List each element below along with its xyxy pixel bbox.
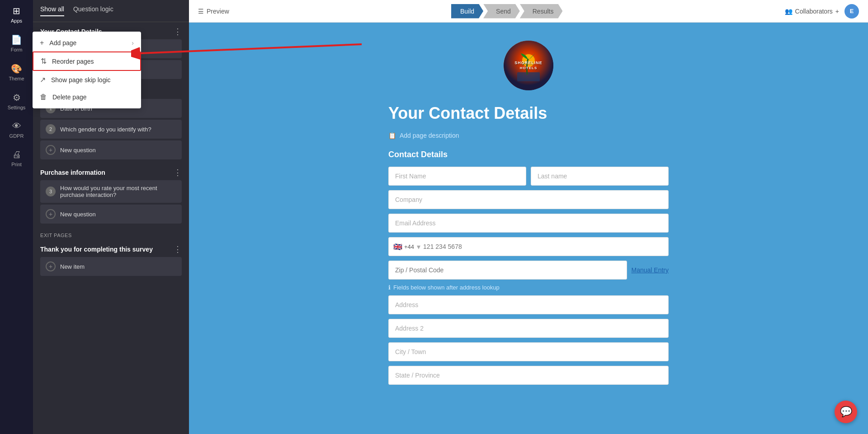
form-card: Your Contact Details 📋 Add page descript…: [379, 104, 678, 389]
add-description[interactable]: 📋 Add page description: [388, 132, 669, 139]
address-field[interactable]: [388, 295, 669, 314]
sidebar-item-gender[interactable]: 2 Which gender do you identify with?: [40, 120, 182, 139]
state-field[interactable]: [388, 366, 669, 385]
first-name-field[interactable]: [388, 167, 526, 186]
apps-icon: ⊞: [13, 5, 20, 16]
sidebar-item-new-item[interactable]: + New item: [40, 257, 182, 276]
top-bar: ☰ Preview Build Send Results 👥 Collabora…: [189, 0, 868, 23]
reorder-pages-label: Reorder pages: [52, 58, 94, 65]
gdpr-icon: 👁: [12, 121, 21, 131]
manual-entry-link[interactable]: Manual Entry: [632, 266, 669, 274]
form-title: Your Contact Details: [388, 104, 669, 123]
email-field[interactable]: [388, 214, 669, 233]
new-question-3-label: New question: [60, 211, 96, 218]
zip-row: Manual Entry: [388, 261, 669, 280]
contact-details-section-title: Contact Details: [388, 150, 669, 159]
info-icon: ℹ: [388, 284, 391, 291]
step-send[interactable]: Send: [483, 4, 520, 19]
phone-dropdown-icon: ▾: [417, 243, 420, 251]
section-purchase: Purchase information ⋮ 3 How would you r…: [33, 163, 189, 227]
sidebar-tabs: Show all Question logic: [33, 0, 189, 22]
page-skip-icon: ↗: [40, 75, 46, 84]
preview-button[interactable]: ☰ Preview: [198, 8, 229, 15]
collaborators-button[interactable]: 👥 Collaborators +: [785, 8, 839, 15]
sidebar-item-purchase-rate[interactable]: 3 How would you rate your most recent pu…: [40, 180, 182, 203]
city-field[interactable]: [388, 342, 669, 361]
main-area: ☰ Preview Build Send Results 👥 Collabora…: [189, 0, 868, 434]
section-menu-btn-exit[interactable]: ⋮: [174, 245, 182, 253]
phone-field[interactable]: 🇬🇧 +44 ▾: [388, 237, 669, 256]
add-desc-label: Add page description: [400, 132, 459, 139]
phone-flag: 🇬🇧: [393, 243, 402, 251]
form-icon: 📄: [11, 34, 22, 45]
section-title-purchase: Purchase information: [40, 169, 105, 176]
address-hint-label: Fields below shown after address lookup: [393, 284, 500, 291]
menu-item-add-page[interactable]: + Add page ›: [33, 34, 141, 51]
add-page-icon: +: [40, 39, 44, 47]
chat-icon: 💬: [840, 406, 852, 418]
zip-field[interactable]: [388, 261, 627, 280]
svg-rect-2: [517, 72, 540, 81]
exit-pages-section: Thank you for completing this survey ⋮ +…: [33, 240, 189, 280]
item-num-purchase: 3: [46, 187, 56, 196]
top-right: 👥 Collaborators + E: [785, 4, 859, 19]
print-icon: 🖨: [12, 149, 21, 160]
nav-item-apps[interactable]: ⊞ Apps: [0, 0, 33, 29]
reorder-icon: ⇅: [41, 57, 47, 65]
settings-icon: ⚙: [13, 92, 21, 103]
add-page-label: Add page: [49, 39, 76, 47]
address2-field[interactable]: [388, 319, 669, 338]
tab-show-all[interactable]: Show all: [40, 5, 64, 16]
add-question-2-icon: +: [46, 145, 56, 155]
phone-code: +44: [404, 243, 414, 250]
context-menu: + Add page › ⇅ Reorder pages ↗ Show page…: [33, 32, 141, 108]
step-results[interactable]: Results: [520, 4, 563, 19]
section-menu-btn-contact[interactable]: ⋮: [174, 28, 182, 36]
thank-you-label: Thank you for completing this survey: [40, 246, 153, 253]
tab-question-logic[interactable]: Question logic: [73, 5, 113, 16]
preview-label: Preview: [207, 8, 229, 15]
form-logo: SHORELINE HOTELS: [504, 41, 553, 90]
exit-pages-label: EXIT PAGES: [33, 227, 189, 240]
nav-bar: ⊞ Apps 📄 Form 🎨 Theme ⚙ Settings 👁 GDPR …: [0, 0, 33, 434]
nav-label-print: Print: [11, 162, 22, 167]
arrow-icon: ›: [132, 39, 134, 47]
nav-label-settings: Settings: [8, 105, 26, 110]
last-name-field[interactable]: [531, 167, 669, 186]
chat-button[interactable]: 💬: [835, 401, 857, 423]
sidebar-item-new-question-2[interactable]: + New question: [40, 140, 182, 159]
add-item-icon: +: [46, 261, 56, 271]
new-item-label: New item: [60, 263, 85, 270]
nav-label-apps: Apps: [11, 18, 22, 23]
address-hint: ℹ Fields below shown after address looku…: [388, 284, 669, 291]
form-canvas: SHORELINE HOTELS Your Contact Details 📋 …: [189, 23, 868, 434]
menu-item-delete-page[interactable]: 🗑 Delete page: [33, 89, 141, 106]
nav-item-theme[interactable]: 🎨 Theme: [0, 58, 33, 87]
name-row: [388, 167, 669, 190]
nav-item-form[interactable]: 📄 Form: [0, 29, 33, 58]
sidebar-item-new-question-3[interactable]: + New question: [40, 205, 182, 224]
collaborators-label: Collaborators: [795, 8, 833, 15]
desc-icon: 📋: [388, 132, 396, 139]
menu-item-reorder-pages[interactable]: ⇅ Reorder pages: [33, 51, 141, 71]
menu-item-show-page-skip[interactable]: ↗ Show page skip logic: [33, 71, 141, 89]
nav-item-settings[interactable]: ⚙ Settings: [0, 87, 33, 116]
purchase-rate-label: How would you rate your most recent purc…: [60, 185, 176, 198]
nav-item-print[interactable]: 🖨 Print: [0, 144, 33, 173]
item-num-gender: 2: [46, 124, 56, 134]
nav-label-gdpr: GDPR: [9, 133, 24, 139]
nav-item-gdpr[interactable]: 👁 GDPR: [0, 116, 33, 144]
step-build[interactable]: Build: [451, 4, 483, 19]
collaborators-icon: 👥: [785, 8, 793, 15]
section-menu-btn-purchase[interactable]: ⋮: [174, 168, 182, 177]
step-navigation: Build Send Results: [451, 4, 563, 19]
gender-label: Which gender do you identify with?: [60, 126, 151, 133]
phone-number-input[interactable]: [423, 238, 664, 256]
new-question-2-label: New question: [60, 147, 96, 154]
user-avatar[interactable]: E: [844, 4, 859, 19]
company-field[interactable]: [388, 190, 669, 209]
theme-icon: 🎨: [11, 63, 22, 74]
preview-icon: ☰: [198, 8, 204, 15]
nav-label-theme: Theme: [9, 76, 24, 81]
section-header-purchase: Purchase information ⋮: [40, 168, 182, 177]
